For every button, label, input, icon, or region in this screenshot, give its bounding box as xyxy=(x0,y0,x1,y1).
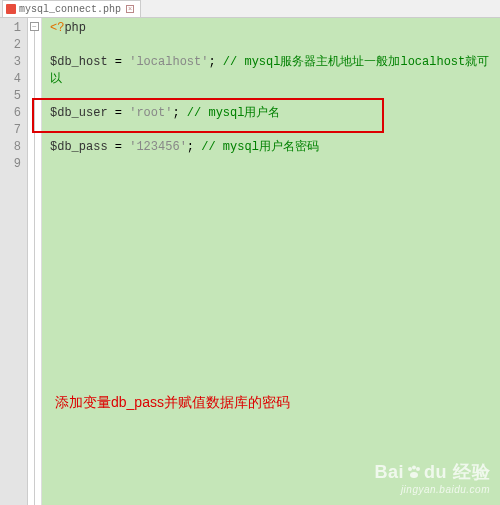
fold-guide xyxy=(34,31,35,505)
code-line xyxy=(50,156,492,173)
code-line xyxy=(50,122,492,139)
line-number-gutter: 1 2 3 4 5 6 7 8 9 xyxy=(0,18,28,505)
code-line xyxy=(50,88,492,105)
fold-toggle-icon[interactable]: − xyxy=(30,22,39,31)
line-number: 7 xyxy=(2,122,21,139)
code-area[interactable]: <?php $db_host = 'localhost'; // mysql服务… xyxy=(42,18,500,505)
code-line: <?php xyxy=(50,20,492,37)
code-editor: 1 2 3 4 5 6 7 8 9 − <?php $db_host = 'lo… xyxy=(0,18,500,505)
file-icon xyxy=(6,4,16,14)
code-line: $db_host = 'localhost'; // mysql服务器主机地址一… xyxy=(50,54,492,88)
code-line xyxy=(50,173,492,190)
line-number: 3 xyxy=(2,54,21,71)
tab-filename: mysql_connect.php xyxy=(19,4,121,15)
line-number: 9 xyxy=(2,156,21,173)
file-tab[interactable]: mysql_connect.php × xyxy=(2,0,141,17)
line-number: 1 xyxy=(2,20,21,37)
close-icon[interactable]: × xyxy=(126,5,134,13)
line-number: 6 xyxy=(2,105,21,122)
code-line xyxy=(50,37,492,54)
line-number: 2 xyxy=(2,37,21,54)
tab-bar: mysql_connect.php × xyxy=(0,0,500,18)
line-number: 5 xyxy=(2,88,21,105)
code-line: $db_pass = '123456'; // mysql用户名密码 xyxy=(50,139,492,156)
line-number: 4 xyxy=(2,71,21,88)
code-line: $db_user = 'root'; // mysql用户名 xyxy=(50,105,492,122)
fold-column: − xyxy=(28,18,42,505)
annotation-text: 添加变量db_pass并赋值数据库的密码 xyxy=(55,394,290,412)
line-number: 8 xyxy=(2,139,21,156)
